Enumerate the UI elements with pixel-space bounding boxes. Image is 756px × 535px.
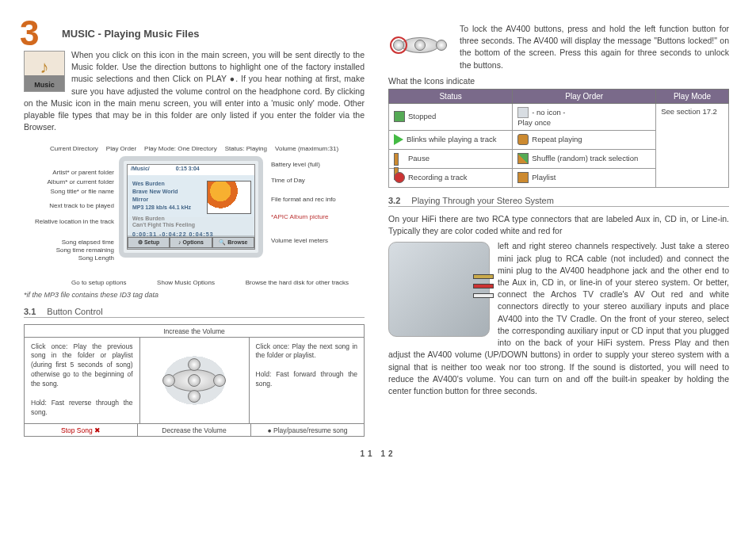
playlist-icon [517,172,529,183]
stereo-p2: left and right stereo channels respectiv… [498,241,729,323]
scr-path: /Music/ [131,166,150,171]
dl-l4: Relative location in the track [25,218,114,225]
repeat-icon [517,134,529,145]
dl-r1: Time of Day [271,177,362,184]
r3c1: Pause [408,154,430,162]
record-icon [394,172,405,183]
scr-times: 0:00:31 -0:04:22 0:04:53 [132,231,214,237]
scr-album: Brave New World [132,189,178,194]
bt-br: ● Play/pause/resume song [251,424,364,436]
dl-l2: Song title* or file name [25,188,114,195]
scr-btn-options: ♪ Options [170,237,212,248]
player-diagram: Current Directory Play Order Play Mode: … [24,145,365,286]
bt-top: Increase the Volume [25,325,364,338]
r1c1: Stopped [408,112,436,120]
sec31-title: Button Control [47,307,102,316]
ctrl-up-icon [188,358,200,371]
dl-r0: Battery level (full) [271,161,362,168]
r1c3: See section 17.2 [661,107,717,116]
bt-bm: Decrease the Volume [138,424,251,436]
scr-artist: Wes Burden [132,181,165,186]
stereo-device-image [388,242,490,337]
rca-red-icon [473,284,494,289]
button-control-table: Increase the Volume Click once: Play the… [24,324,365,437]
diag-top-3: Status: Playing [225,145,267,152]
ctrl-right-icon [213,374,226,387]
music-icon: Music [24,51,65,92]
icons-caption: What the Icons indicate [388,76,729,86]
album-art-icon [207,181,251,214]
lock-controller-image [388,23,452,67]
player-screenshot: /Music/ 0:15 3:04 Wes Burden Brave New W… [119,156,263,258]
id3-footnote: *if the MP3 file contains these ID3 tag … [24,291,365,299]
diag-top-1: Play Order [106,145,136,152]
diag-top-0: Current Directory [50,145,98,152]
ctrl-center-icon [188,374,200,387]
sec32-num: 3.2 [388,196,400,205]
dl-l5: Song elapsed time [25,239,114,246]
stop-icon [394,111,405,122]
r4c2: Playlist [532,173,556,182]
dl-l3: Next track to be played [25,202,114,209]
shuffle-icon [517,153,529,164]
bt-right: Click once: Play the next song in the fo… [250,338,365,423]
scr-btn-setup: ⚙ Setup [128,237,170,248]
controller-image [140,338,250,423]
scr-next1: Wes Burden [132,216,165,221]
scr-topright: 0:15 3:04 [176,166,200,171]
r2c2: Repeat playing [532,135,582,143]
lock-paragraph-wrap: To lock the AV400 buttons, press and hol… [388,23,729,71]
jack-plug-icon [473,274,494,279]
bt-left: Click once: Play the previous song in th… [25,338,140,423]
dl-l0: Artist* or parent folder [25,169,114,176]
music-icon-label: Music [25,80,64,90]
dl-l1: Album* or current folder [25,178,114,185]
diag-top-4: Volume (maximum:31) [275,145,338,152]
diag-top-2: Play Mode: One Directory [144,145,217,152]
mini-right-icon [436,40,447,51]
dl-r3: *APIC Album picture [271,213,362,220]
scr-codec: MP3 128 kb/s 44.1 kHz [132,204,191,210]
play-icon [394,134,403,145]
diag-b0: Go to setup options [71,279,126,286]
dl-l6: Song time remaining [25,246,114,254]
intro-text: When you click on this icon in the main … [24,50,365,132]
highlight-ring-icon [390,36,407,54]
diag-b1: Show Music Options [157,279,215,286]
scr-next2: Can't Fight This Feeling [132,222,195,227]
th-mode: Play Mode [656,89,729,103]
scr-btn-browse: 🔍 Browse [212,237,254,248]
dl-r4: Volume level meters [271,237,362,244]
chapter-title: MUSIC - Playing Music Files [62,28,365,40]
ctrl-left-icon [162,374,175,387]
section-3-1-head: 3.1 Button Control [24,307,365,318]
mini-center-icon [414,40,426,51]
intro-paragraph: Music When you click on this icon in the… [24,49,365,134]
r4c1: Recording a track [408,173,467,182]
lock-paragraph: To lock the AV400 buttons, press and hol… [460,24,729,70]
pause-icon [394,153,405,164]
r3c2: Shuffle (random) track selection [532,154,638,162]
section-3-2-head: 3.2 Playing Through your Stereo System [388,196,729,207]
ctrl-down-icon [188,390,200,403]
scr-title: Mirror [132,197,148,202]
stereo-wrap: left and right stereo channels respectiv… [388,240,729,397]
icons-table: Status Play Order Play Mode Stopped - no… [388,89,729,188]
th-order: Play Order [513,89,656,103]
stereo-p1: On your HiFi there are two RCA type conn… [388,213,729,237]
diag-b2: Browse the hard disk for other tracks [246,279,349,286]
page-numbers: 11 12 [0,449,756,458]
chapter-number: 3 [20,13,39,53]
r2c1: Blinks while playing a track [407,135,497,143]
bt-bl: Stop Song ✖ [25,424,138,436]
none-icon [517,107,529,118]
dl-r2: File format and rec info [271,196,362,203]
sec31-num: 3.1 [24,307,36,316]
dl-l7: Song Length [25,254,114,262]
th-status: Status [389,89,513,103]
sec32-title: Playing Through your Stereo System [411,196,554,205]
rca-white-icon [473,293,494,298]
